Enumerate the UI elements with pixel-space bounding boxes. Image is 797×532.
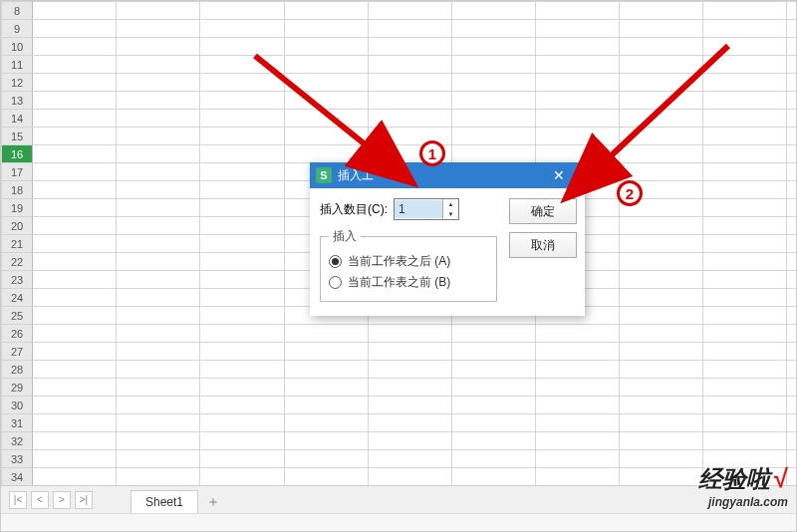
cell[interactable] (284, 432, 368, 450)
cell[interactable] (117, 325, 200, 343)
cell[interactable] (620, 92, 703, 110)
cell[interactable] (451, 397, 535, 414)
cell[interactable] (368, 20, 451, 38)
cell[interactable] (451, 110, 535, 128)
sheet-tab-sheet1[interactable]: Sheet1 (131, 490, 198, 513)
cell[interactable] (535, 468, 619, 486)
cell[interactable] (33, 432, 117, 450)
cell[interactable] (787, 325, 796, 343)
cell[interactable] (117, 2, 200, 20)
grid-row[interactable]: 34 (2, 468, 797, 486)
tab-nav-last[interactable]: >| (75, 491, 93, 509)
cell[interactable] (620, 289, 703, 307)
cell[interactable] (33, 307, 117, 325)
cell[interactable] (787, 468, 796, 486)
radio-after-row[interactable]: 当前工作表之后 (A) (329, 251, 488, 272)
cell[interactable] (284, 468, 368, 486)
cell[interactable] (33, 450, 117, 468)
cell[interactable] (535, 145, 619, 163)
cell[interactable] (620, 2, 703, 20)
cell[interactable] (787, 379, 796, 397)
cell[interactable] (284, 343, 368, 361)
ok-button[interactable]: 确定 (509, 198, 577, 224)
cell[interactable] (284, 128, 368, 145)
cell[interactable] (620, 468, 703, 486)
cell[interactable] (200, 432, 284, 450)
cell[interactable] (703, 235, 787, 253)
cell[interactable] (200, 289, 284, 307)
cell[interactable] (368, 2, 451, 20)
cell[interactable] (620, 56, 703, 74)
add-sheet-button[interactable]: ＋ (202, 491, 224, 513)
cell[interactable] (117, 235, 200, 253)
cell[interactable] (787, 397, 796, 414)
cell[interactable] (368, 361, 451, 379)
cell[interactable] (787, 145, 796, 163)
grid-row[interactable]: 28 (2, 361, 797, 379)
cell[interactable] (787, 361, 796, 379)
cell[interactable] (451, 379, 535, 397)
cell[interactable] (787, 217, 796, 235)
cell[interactable] (200, 181, 284, 199)
cell[interactable] (787, 432, 796, 450)
cell[interactable] (451, 92, 535, 110)
cell[interactable] (787, 271, 796, 289)
cell[interactable] (117, 92, 200, 110)
cell[interactable] (33, 271, 117, 289)
cell[interactable] (33, 163, 117, 181)
cell[interactable] (200, 20, 284, 38)
cell[interactable] (284, 397, 368, 414)
cell[interactable] (117, 343, 200, 361)
cell[interactable] (703, 38, 787, 56)
grid-row[interactable]: 15 (2, 128, 797, 145)
cell[interactable] (117, 56, 200, 74)
row-header[interactable]: 10 (2, 38, 33, 56)
cell[interactable] (620, 20, 703, 38)
cell[interactable] (368, 414, 451, 432)
cell[interactable] (787, 20, 796, 38)
cell[interactable] (703, 271, 787, 289)
row-header[interactable]: 34 (2, 468, 33, 486)
cell[interactable] (451, 128, 535, 145)
cell[interactable] (33, 397, 117, 414)
cell[interactable] (535, 56, 619, 74)
grid-row[interactable]: 11 (2, 56, 797, 74)
cell[interactable] (620, 325, 703, 343)
cell[interactable] (117, 397, 200, 414)
row-header[interactable]: 24 (2, 289, 33, 307)
cell[interactable] (535, 128, 619, 145)
cell[interactable] (200, 361, 284, 379)
cell[interactable] (117, 20, 200, 38)
cell[interactable] (368, 468, 451, 486)
cell[interactable] (535, 20, 619, 38)
cell[interactable] (200, 163, 284, 181)
cell[interactable] (200, 307, 284, 325)
cell[interactable] (117, 181, 200, 199)
cell[interactable] (620, 128, 703, 145)
cell[interactable] (284, 20, 368, 38)
tab-nav-prev[interactable]: < (31, 491, 49, 509)
cell[interactable] (787, 56, 796, 74)
cell[interactable] (33, 20, 117, 38)
row-header[interactable]: 19 (2, 199, 33, 217)
grid-row[interactable]: 32 (2, 432, 797, 450)
row-header[interactable]: 14 (2, 110, 33, 128)
row-header[interactable]: 17 (2, 163, 33, 181)
cell[interactable] (33, 199, 117, 217)
cell[interactable] (200, 217, 284, 235)
cell[interactable] (703, 56, 787, 74)
cell[interactable] (535, 92, 619, 110)
row-header[interactable]: 8 (2, 2, 33, 20)
cell[interactable] (368, 92, 451, 110)
cell[interactable] (117, 289, 200, 307)
cell[interactable] (451, 414, 535, 432)
tab-nav-first[interactable]: |< (9, 491, 27, 509)
cell[interactable] (451, 38, 535, 56)
grid-row[interactable]: 9 (2, 20, 797, 38)
cell[interactable] (200, 145, 284, 163)
cell[interactable] (535, 110, 619, 128)
cell[interactable] (787, 307, 796, 325)
cell[interactable] (284, 110, 368, 128)
row-header[interactable]: 26 (2, 325, 33, 343)
cell[interactable] (117, 271, 200, 289)
